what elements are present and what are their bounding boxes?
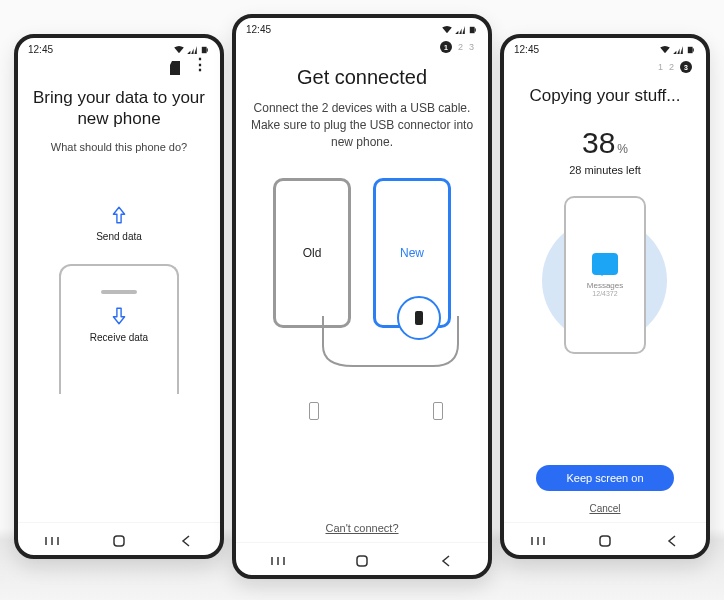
step-1-active: 1 [440,41,452,53]
status-icons [660,46,696,54]
send-data-label: Send data [96,231,142,242]
step-3: 3 [469,42,474,52]
status-bar: 12:45 [18,38,220,57]
nav-recents[interactable] [525,533,551,549]
nav-back[interactable] [173,533,199,549]
arrow-up-icon [112,205,126,225]
nav-recents[interactable] [39,533,65,549]
time-remaining: 28 minutes left [569,164,641,176]
wifi-icon [660,46,670,54]
nav-bar [504,522,706,555]
battery-icon [468,26,478,34]
new-phone-label: New [400,246,424,260]
page-title: Copying your stuff... [530,85,681,106]
percent-value: 38 [582,126,615,160]
svg-rect-12 [357,556,367,566]
progress-percent: 38 % [582,126,628,160]
page-subtitle: Connect the 2 devices with a USB cable. … [250,100,474,150]
step-2: 2 [458,42,463,52]
page-title: Bring your data to your new phone [32,87,206,130]
old-phone-illustration: Old [273,178,351,328]
sd-card-icon[interactable] [170,61,182,75]
step-indicator: 1 2 3 [236,37,488,57]
phone-illustration: Receive data [59,264,179,394]
phone-center: 12:45 1 2 3 Get connected Connect the 2 … [232,14,492,579]
nav-bar [236,542,488,575]
cant-connect-link[interactable]: Can't connect? [236,522,488,534]
svg-rect-5 [114,536,124,546]
current-item-count: 12/4372 [592,290,617,297]
status-time: 12:45 [514,44,539,55]
usb-plug-icon [309,402,319,420]
battery-icon [200,46,210,54]
receive-data-label: Receive data [90,332,148,343]
page-title: Get connected [297,65,427,90]
status-bar: 12:45 [504,38,706,57]
status-bar: 12:45 [236,18,488,37]
step-indicator: 1 2 3 [504,57,706,77]
progress-illustration: Messages 12/4372 [564,196,646,354]
signal-icon [187,46,197,54]
usb-cable-icon [283,316,483,376]
svg-rect-8 [415,311,423,325]
two-phones-illustration: Old New [273,178,451,328]
status-icons [442,26,478,34]
status-time: 12:45 [28,44,53,55]
svg-rect-14 [693,48,694,51]
nav-home[interactable] [592,533,618,549]
battery-icon [686,46,696,54]
svg-rect-6 [470,26,475,32]
status-icons [174,46,210,54]
old-phone-label: Old [303,246,322,260]
menu-icon[interactable]: ⋮ [192,61,208,75]
signal-icon [673,46,683,54]
phone-outline-icon: Messages 12/4372 [564,196,646,354]
phone-left: 12:45 ⋮ Bring your data to your new phon… [14,34,224,559]
receive-data-option[interactable]: Receive data [90,306,148,343]
send-data-option[interactable]: Send data [96,205,142,242]
percent-symbol: % [617,142,628,156]
svg-rect-7 [475,28,476,31]
nav-back[interactable] [433,553,459,569]
usb-plug-icon [433,402,443,420]
nav-home[interactable] [349,553,375,569]
nav-bar [18,522,220,555]
svg-rect-0 [202,46,207,52]
nav-recents[interactable] [265,553,291,569]
wifi-icon [442,26,452,34]
top-toolbar: ⋮ [18,57,220,79]
wifi-icon [174,46,184,54]
current-item-label: Messages [587,281,623,290]
status-time: 12:45 [246,24,271,35]
svg-rect-13 [688,46,693,52]
keep-screen-on-button[interactable]: Keep screen on [536,465,673,491]
step-1: 1 [658,62,663,72]
nav-home[interactable] [106,533,132,549]
svg-rect-18 [600,536,610,546]
messages-icon [592,253,618,275]
svg-rect-1 [207,48,208,51]
step-3-active: 3 [680,61,692,73]
signal-icon [455,26,465,34]
nav-back[interactable] [659,533,685,549]
phone-right: 12:45 1 2 3 Copying your stuff... 38 % 2… [500,34,710,559]
step-2: 2 [669,62,674,72]
cancel-link[interactable]: Cancel [589,503,620,514]
page-subtitle: What should this phone do? [51,140,187,155]
arrow-down-icon [112,306,126,326]
